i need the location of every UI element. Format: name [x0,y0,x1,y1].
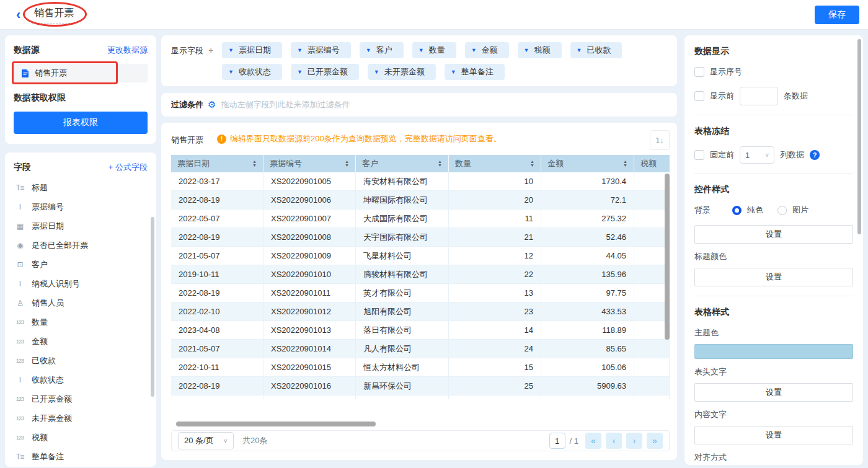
align-label: 对齐方式 [694,452,853,463]
column-header-label: 税额 [640,158,657,169]
help-icon[interactable]: ? [810,150,820,160]
field-item-label: 销售人员 [32,298,64,309]
column-header-1[interactable]: 票据编号▲▼ [264,155,356,172]
back-icon[interactable]: ‹ [16,8,20,22]
display-field-chip-3[interactable]: ▼数量 [412,42,456,58]
display-field-chip-0[interactable]: ▼票据日期 [222,42,282,58]
add-display-field-icon[interactable]: + [208,45,213,55]
last-page-button[interactable]: » [647,433,663,449]
caret-down-icon: ▼ [366,47,371,53]
show-index-checkbox[interactable] [694,67,704,77]
field-item-1[interactable]: I票据编号 [14,197,148,216]
sort-caret-icon[interactable]: ▲▼ [249,160,257,167]
field-item-13[interactable]: 123税额 [14,428,148,447]
field-item-label: 整单备注 [32,451,64,462]
settings-scrollbar[interactable] [857,39,861,234]
sort-order-icon[interactable]: 1↓ [650,130,670,150]
table-cell: 1730.4 [541,172,634,190]
field-item-9[interactable]: 123已收款 [14,351,148,370]
freeze-cols-select[interactable]: 1 ˅ [740,146,774,164]
field-item-7[interactable]: 123数量 [14,312,148,332]
datasource-item[interactable]: 销售开票 [14,64,148,82]
display-field-chip-6[interactable]: ▼已收款 [570,42,622,58]
table-cell: 2022-08-19 [171,228,264,246]
table-horizontal-scrollbar[interactable] [171,422,670,426]
fields-scrollbar[interactable] [151,217,154,397]
column-header-4[interactable]: 金额▲▼ [541,155,634,172]
image-label: 图片 [792,205,808,216]
chip-label: 未开票金额 [384,66,425,77]
column-header-2[interactable]: 客户▲▼ [356,155,449,172]
table-cell: 2022-10-11 [171,358,264,376]
table-cell: XS20220901013 [264,321,356,339]
display-field-chip-4[interactable]: ▼金额 [465,42,509,58]
table-row-8: 2023-04-08XS20220901013落日有限公司14118.89 [171,321,670,340]
display-field-chip-5[interactable]: ▼税额 [518,42,562,58]
display-field-chip-7[interactable]: ▼收款状态 [222,64,282,80]
title-color-set-button[interactable]: 设置 [694,268,853,286]
chevron-down-icon: ˅ [765,152,769,159]
display-field-chip-2[interactable]: ▼客户 [360,42,404,58]
table-cell: 2022-08-19 [171,284,264,302]
sort-caret-icon[interactable]: ▲▼ [526,160,534,167]
theme-color-swatch[interactable] [694,344,853,359]
change-datasource-link[interactable]: 更改数据源 [107,45,148,56]
sort-caret-icon[interactable]: ▲▼ [341,160,349,167]
display-field-chip-9[interactable]: ▼未开票金额 [368,64,436,80]
report-permission-button[interactable]: 报表权限 [14,112,148,134]
field-item-12[interactable]: 123未开票金额 [14,408,148,428]
field-item-14[interactable]: T≡整单备注 [14,447,148,466]
display-field-chip-10[interactable]: ▼整单备注 [445,64,505,80]
freeze-checkbox[interactable] [694,150,704,160]
column-header-3[interactable]: 数量▲▼ [449,155,541,172]
date-icon: ▦ [14,222,26,231]
pagination-bar: 20 条/页 ˅ 共20条 1 / 1 «‹›» [171,430,670,451]
page-number-input[interactable]: 1 [549,433,565,449]
field-item-2[interactable]: ▦票据日期 [14,216,148,236]
table-cell: 10 [449,172,541,190]
column-header-5[interactable]: 税额 [634,155,670,172]
page-title[interactable]: 销售开票 [32,6,76,24]
field-item-label: 票据日期 [32,221,64,232]
fix-first-label: 固定前 [710,149,734,161]
header-text-set-button[interactable]: 设置 [694,383,853,402]
sort-caret-icon[interactable]: ▲▼ [619,160,627,167]
number-icon: 123 [14,338,26,345]
field-item-3[interactable]: ◉是否已全部开票 [14,236,148,255]
image-radio[interactable] [777,206,787,215]
field-item-11[interactable]: 123已开票金额 [14,389,148,408]
page-size-select[interactable]: 20 条/页 ˅ [178,432,234,449]
solid-color-radio[interactable] [732,206,742,215]
table-cell: 118.89 [541,321,634,339]
sort-caret-icon[interactable]: ▲▼ [434,160,442,167]
table-cell: 旭阳有限公司 [356,302,449,320]
add-formula-field-link[interactable]: + 公式字段 [108,162,148,173]
field-item-6[interactable]: ♙销售人员 [14,293,148,312]
background-set-button[interactable]: 设置 [694,225,853,244]
filter-gear-icon[interactable]: ⚙ [208,99,216,110]
first-page-button[interactable]: « [585,433,601,449]
content-text-set-button[interactable]: 设置 [694,426,853,444]
prev-page-button[interactable]: ‹ [606,433,622,449]
display-field-chip-1[interactable]: ▼票据编号 [291,42,351,58]
table-vertical-scrollbar[interactable] [665,174,670,340]
field-item-5[interactable]: I纳税人识别号 [14,274,148,293]
display-field-chip-8[interactable]: ▼已开票金额 [291,64,359,80]
field-item-8[interactable]: 123金额 [14,332,148,351]
field-item-label: 是否已全部开票 [32,240,88,251]
row-limit-input[interactable] [740,87,778,105]
field-item-0[interactable]: T≡标题 [14,178,148,197]
show-first-checkbox[interactable] [694,91,704,101]
column-header-0[interactable]: 票据日期▲▼ [171,155,264,172]
fields-card: 字段 + 公式字段 T≡标题I票据编号▦票据日期◉是否已全部开票⊡客户I纳税人识… [5,152,156,467]
save-button[interactable]: 保存 [815,6,859,24]
table-cell: 2023-04-08 [171,321,264,339]
next-page-button[interactable]: › [626,433,642,449]
top-bar: ‹ 销售开票 保存 [0,0,868,30]
field-item-10[interactable]: I收款状态 [14,370,148,389]
column-header-label: 数量 [455,158,471,169]
table-cell: 大成国际有限公司 [356,210,449,227]
table-cell: XS20220901011 [264,284,356,302]
field-item-4[interactable]: ⊡客户 [14,255,148,274]
column-header-label: 票据编号 [270,158,302,169]
